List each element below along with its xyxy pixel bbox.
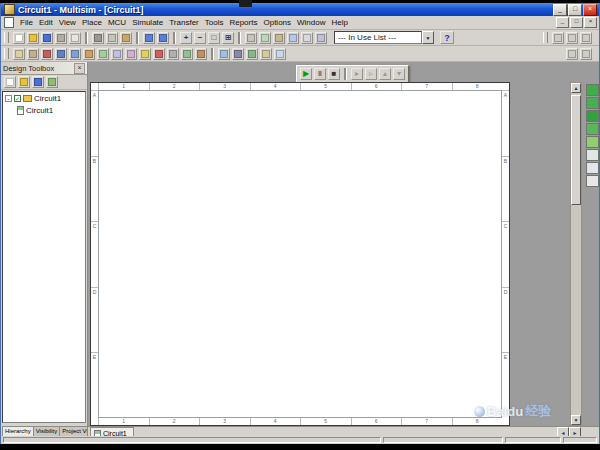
toolbar-grip[interactable]: [4, 48, 9, 59]
menu-item[interactable]: Tools: [202, 17, 227, 29]
sheet-tab-label[interactable]: Circuit1: [103, 430, 127, 436]
run-icon[interactable]: ▶: [300, 68, 312, 80]
in-use-list-value[interactable]: --- In Use List ---: [334, 31, 422, 44]
open-file-icon[interactable]: [27, 32, 39, 44]
menu-item[interactable]: Help: [328, 17, 350, 29]
menu-item[interactable]: Edit: [36, 17, 56, 29]
toolbar-extra-icon-5[interactable]: [580, 48, 592, 60]
step-out-icon[interactable]: ▴: [379, 68, 391, 80]
word-generator-icon[interactable]: [586, 162, 599, 174]
place-rf-icon[interactable]: [181, 48, 193, 60]
grapher-icon[interactable]: [301, 32, 313, 44]
menu-item[interactable]: MCU: [105, 17, 129, 29]
menu-item[interactable]: File: [17, 17, 36, 29]
paste-icon[interactable]: [120, 32, 132, 44]
in-use-list-combo[interactable]: --- In Use List --- ▼: [334, 31, 434, 44]
step-into-icon[interactable]: ▸: [351, 68, 363, 80]
undo-icon[interactable]: [143, 32, 155, 44]
maximize-button[interactable]: □: [568, 4, 582, 16]
scroll-left-icon[interactable]: ◄: [557, 427, 569, 436]
title-bar[interactable]: Circuit1 - Multisim - [Circuit1] _ □ ×: [1, 3, 599, 16]
place-diode-icon[interactable]: [41, 48, 53, 60]
cut-icon[interactable]: [92, 32, 104, 44]
instruments-menu-icon[interactable]: [246, 48, 258, 60]
pause-icon[interactable]: ‖: [314, 68, 326, 80]
tree-node-label[interactable]: Circuit1: [26, 106, 53, 115]
minimize-button[interactable]: _: [553, 4, 567, 16]
chevron-down-icon[interactable]: ▼: [422, 31, 434, 44]
folder-view-icon[interactable]: [46, 76, 58, 88]
scroll-right-icon[interactable]: ►: [569, 427, 581, 436]
new-file-icon[interactable]: [13, 32, 25, 44]
function-generator-icon[interactable]: [586, 97, 599, 109]
place-basic-icon[interactable]: [27, 48, 39, 60]
toolbar-extra-icon-3[interactable]: [580, 32, 592, 44]
help-button[interactable]: ?: [440, 31, 454, 44]
design-toolbox-toggle-icon[interactable]: [245, 32, 257, 44]
sheet-tab-circuit1[interactable]: Circuit1: [90, 427, 134, 436]
scrollbar-thumb[interactable]: [571, 95, 581, 205]
toolbar-grip[interactable]: [543, 32, 548, 43]
tree-node-label[interactable]: Circuit1: [34, 94, 61, 103]
place-analog-icon[interactable]: [69, 48, 81, 60]
bode-plotter-icon[interactable]: [586, 136, 599, 148]
scrollbar-track[interactable]: [571, 207, 581, 415]
save-design-icon[interactable]: [32, 76, 44, 88]
postprocessor-icon[interactable]: [315, 32, 327, 44]
zoom-out-icon[interactable]: −: [194, 32, 206, 44]
mdi-window-button[interactable]: ×: [584, 17, 597, 28]
zoom-area-icon[interactable]: □: [208, 32, 220, 44]
zoom-in-icon[interactable]: +: [180, 32, 192, 44]
design-toolbox-tab[interactable]: Visibility: [33, 426, 61, 436]
design-toolbox-tab[interactable]: Hierarchy: [2, 426, 34, 436]
close-button[interactable]: ×: [583, 4, 597, 16]
place-mixed-icon[interactable]: [125, 48, 137, 60]
scroll-down-icon[interactable]: ▼: [571, 415, 581, 425]
mdi-window-button[interactable]: _: [556, 17, 569, 28]
component-wizard-icon[interactable]: [287, 32, 299, 44]
place-electromechanical-icon[interactable]: [195, 48, 207, 60]
tree-node-root[interactable]: - ✓ Circuit1: [3, 92, 85, 104]
menu-item[interactable]: Window: [294, 17, 328, 29]
design-toolbox-titlebar[interactable]: Design Toolbox ×: [1, 62, 87, 75]
toolbar-extra-icon-2[interactable]: [566, 32, 578, 44]
save-icon[interactable]: [41, 32, 53, 44]
place-transistor-icon[interactable]: [55, 48, 67, 60]
tree-node-child[interactable]: Circuit1: [3, 104, 85, 116]
schematic-sheet[interactable]: 12345678 12345678 ABCDE ABCDE: [90, 82, 510, 426]
oscilloscope-icon[interactable]: [586, 123, 599, 135]
place-cmos-icon[interactable]: [97, 48, 109, 60]
analysis-icon[interactable]: [274, 48, 286, 60]
close-icon[interactable]: ×: [74, 63, 85, 74]
place-hierarchical-block-icon[interactable]: [218, 48, 230, 60]
place-bus-icon[interactable]: [232, 48, 244, 60]
menu-item[interactable]: Reports: [226, 17, 260, 29]
print-preview-icon[interactable]: [69, 32, 81, 44]
menu-item[interactable]: View: [56, 17, 79, 29]
menu-item[interactable]: Options: [260, 17, 294, 29]
run-to-cursor-icon[interactable]: ▾: [393, 68, 405, 80]
frequency-counter-icon[interactable]: [586, 149, 599, 161]
checkbox-icon[interactable]: ✓: [14, 95, 21, 102]
multimeter-icon[interactable]: [586, 84, 599, 96]
toolbar-extra-icon-4[interactable]: [566, 48, 578, 60]
toolbar-extra-icon-1[interactable]: [552, 32, 564, 44]
document-icon[interactable]: [4, 17, 14, 28]
stop-icon[interactable]: ■: [328, 68, 340, 80]
toolbar-grip[interactable]: [4, 32, 9, 43]
menu-item[interactable]: Simulate: [129, 17, 166, 29]
open-design-icon[interactable]: [18, 76, 30, 88]
redo-icon[interactable]: [157, 32, 169, 44]
copy-icon[interactable]: [106, 32, 118, 44]
place-source-icon[interactable]: [13, 48, 25, 60]
place-ttl-icon[interactable]: [83, 48, 95, 60]
graphs-icon[interactable]: [260, 48, 272, 60]
new-sheet-icon[interactable]: [4, 76, 16, 88]
place-misc-icon[interactable]: [167, 48, 179, 60]
logic-analyzer-icon[interactable]: [586, 175, 599, 187]
schematic-grid[interactable]: [98, 90, 502, 418]
menu-item[interactable]: Transfer: [166, 17, 202, 29]
place-power-icon[interactable]: [153, 48, 165, 60]
scroll-up-icon[interactable]: ▲: [571, 83, 581, 93]
mdi-window-button[interactable]: □: [570, 17, 583, 28]
